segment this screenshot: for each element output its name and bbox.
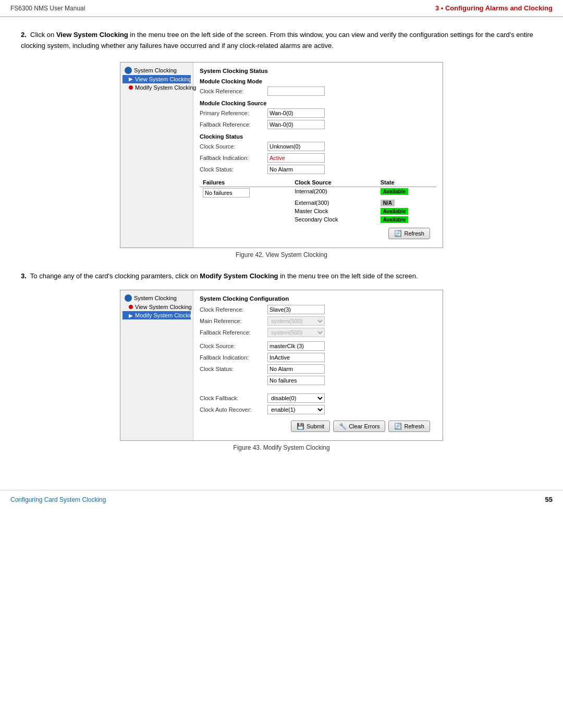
fig43-fallback-ref-label: Fallback Reference: xyxy=(200,329,267,336)
page-footer: Configuring Card System Clocking 55 xyxy=(0,490,563,509)
fig42-clock-ref-label: Clock Reference: xyxy=(200,88,267,94)
header-right-text: 3 • Configuring Alarms and Clocking xyxy=(435,4,553,12)
fig43-nav-arrow-modify: ▶ xyxy=(129,313,133,318)
fig43-no-failures-input[interactable] xyxy=(267,376,325,385)
submit-icon: 💾 xyxy=(297,423,304,430)
cell-failures xyxy=(200,199,291,207)
fig43-nav-icon-view xyxy=(129,305,133,309)
fig42-clock-status-input[interactable] xyxy=(267,165,325,174)
table-row: Master ClockAvailable xyxy=(200,207,436,215)
figure43-window: System Clocking View System Clocking ▶ M… xyxy=(120,290,443,441)
fig43-clear-errors-label: Clear Errors xyxy=(349,423,380,429)
fig43-nav-item-view[interactable]: View System Clocking xyxy=(123,303,191,311)
fig42-clock-source-row: Clock Source: xyxy=(200,142,436,151)
col-clock-source: Clock Source xyxy=(291,178,377,187)
fig42-clock-ref-row: Clock Reference: xyxy=(200,87,436,96)
fig42-fallback-ref-label: Fallback Reference: xyxy=(200,121,267,128)
nav-item-modify-system-clocking[interactable]: Modify System Clocking xyxy=(123,83,191,92)
cell-failures xyxy=(200,207,291,215)
table-row: Internal(200)Available xyxy=(200,187,436,199)
fig43-clear-errors-button[interactable]: 🔧 Clear Errors xyxy=(333,421,385,432)
cell-state: Available xyxy=(377,215,436,224)
fig43-clock-ref-input[interactable] xyxy=(267,305,325,314)
fig42-clock-ref-input[interactable] xyxy=(267,87,325,96)
fig43-clock-status-input[interactable] xyxy=(267,364,325,374)
main-content: 2. Click on View System Clocking in the … xyxy=(0,17,563,479)
fig42-caption: Figure 42. View System Clocking xyxy=(236,251,327,258)
fig43-clock-auto-recover-select[interactable]: enable(1) disable(0) xyxy=(267,405,325,414)
figure42-window: System Clocking ▶ View System Clocking M… xyxy=(120,62,443,248)
table-row: Secondary ClockAvailable xyxy=(200,215,436,224)
failures-input[interactable] xyxy=(203,188,250,198)
fig43-submit-label: Submit xyxy=(307,423,324,429)
fig43-clock-source-row: Clock Source: xyxy=(200,341,436,351)
fig43-submit-button[interactable]: 💾 Submit xyxy=(291,421,330,432)
fig42-section-title: System Clocking Status xyxy=(200,68,436,74)
fig42-fallback-ref-row: Fallback Reference: xyxy=(200,120,436,129)
state-badge: Available xyxy=(381,208,409,215)
fig43-clock-fallback-row: Clock Fallback: disable(0) enable(1) xyxy=(200,393,436,403)
cell-state: Available xyxy=(377,187,436,199)
refresh-icon: 🔄 xyxy=(394,230,402,237)
cell-state: Available xyxy=(377,207,436,215)
fig42-clock-source-input[interactable] xyxy=(267,142,325,151)
fig42-fallback-ref-input[interactable] xyxy=(267,120,325,129)
fig43-fallback-ind-row: Fallback Indication: xyxy=(200,353,436,362)
figure42-container: System Clocking ▶ View System Clocking M… xyxy=(21,62,542,258)
fig43-clock-source-input[interactable] xyxy=(267,341,325,351)
fig43-button-bar: 💾 Submit 🔧 Clear Errors 🔄 Refresh xyxy=(200,416,436,435)
footer-page-number: 55 xyxy=(545,496,553,503)
fig42-clock-status-label: Clock Status: xyxy=(200,166,267,172)
fig43-no-failures-row xyxy=(200,376,436,385)
fig43-refresh-button[interactable]: 🔄 Refresh xyxy=(388,421,430,432)
col-failures: Failures xyxy=(200,178,291,187)
fig43-nav-panel: System Clocking View System Clocking ▶ M… xyxy=(120,290,193,440)
fig42-primary-ref-label: Primary Reference: xyxy=(200,110,267,116)
fig43-clock-auto-recover-row: Clock Auto Recover: enable(1) disable(0) xyxy=(200,405,436,414)
fig43-clock-ref-label: Clock Reference: xyxy=(200,306,267,313)
step3-bold1: Modify System Clocking xyxy=(200,272,278,280)
fig43-main-ref-select[interactable]: system(500) xyxy=(267,316,325,326)
fig43-content-panel: System Clocking Configuration Clock Refe… xyxy=(193,290,443,440)
nav-item-view-system-clocking[interactable]: ▶ View System Clocking xyxy=(123,75,191,83)
fig43-section-title: System Clocking Configuration xyxy=(200,295,436,302)
fig43-nav-label-system-clocking: System Clocking xyxy=(134,295,177,301)
header-left-text: FS6300 NMS User Manual xyxy=(10,5,85,12)
fig42-refresh-button[interactable]: 🔄 Refresh xyxy=(388,228,430,239)
fig43-fallback-ind-label: Fallback Indication: xyxy=(200,354,267,361)
cell-failures xyxy=(200,215,291,224)
fig43-nav-item-system-clocking[interactable]: System Clocking xyxy=(123,293,191,303)
fig43-fallback-ref-select[interactable]: system(500) xyxy=(267,328,325,337)
fig43-clock-auto-recover-label: Clock Auto Recover: xyxy=(200,406,267,413)
cell-state: N/A xyxy=(377,199,436,207)
state-badge: Available xyxy=(381,188,409,195)
fig42-fallback-ind-row: Fallback Indication: xyxy=(200,153,436,163)
fig42-clock-status-row: Clock Status: xyxy=(200,165,436,174)
fig43-nav-label-view: View System Clocking xyxy=(135,304,192,310)
fig43-clock-fallback-select[interactable]: disable(0) enable(1) xyxy=(267,393,325,403)
fig43-clock-ref-row: Clock Reference: xyxy=(200,305,436,314)
fig42-nav-panel: System Clocking ▶ View System Clocking M… xyxy=(120,63,193,248)
fig43-main-ref-row: Main Reference: system(500) xyxy=(200,316,436,326)
fig43-nav-item-modify[interactable]: ▶ Modify System Clocking xyxy=(123,311,191,319)
nav-label-view: View System Clocking xyxy=(135,76,192,82)
fig42-primary-ref-input[interactable] xyxy=(267,108,325,118)
intro-paragraph: 2. Click on View System Clocking in the … xyxy=(21,30,542,52)
fig42-fallback-ind-input[interactable] xyxy=(267,153,325,163)
figure43-container: System Clocking View System Clocking ▶ M… xyxy=(21,290,542,451)
cell-clock-source: Secondary Clock xyxy=(291,215,377,224)
fig43-clock-source-label: Clock Source: xyxy=(200,343,267,349)
fig43-nav-icon-system-clocking xyxy=(125,294,132,302)
footer-link[interactable]: Configuring Card System Clocking xyxy=(10,496,106,503)
fig43-refresh-label: Refresh xyxy=(404,423,424,429)
fig42-clock-source-label: Clock Source: xyxy=(200,143,267,150)
fig43-clock-status-label: Clock Status: xyxy=(200,366,267,372)
clear-errors-icon: 🔧 xyxy=(339,423,347,430)
fig43-caption: Figure 43. Modify System Clocking xyxy=(233,444,329,451)
cell-failures xyxy=(200,187,291,199)
nav-label-system-clocking: System Clocking xyxy=(134,67,177,73)
fig42-fallback-ind-label: Fallback Indication: xyxy=(200,155,267,161)
fig43-clock-fallback-label: Clock Fallback: xyxy=(200,395,267,401)
fig43-fallback-ind-input[interactable] xyxy=(267,353,325,362)
nav-item-system-clocking[interactable]: System Clocking xyxy=(123,66,191,75)
